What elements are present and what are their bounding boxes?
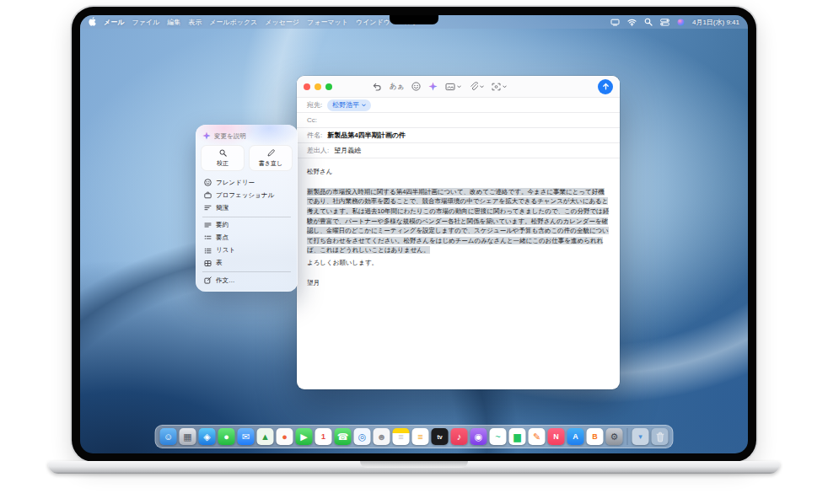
from-value: 望月義絵 [334,146,361,155]
key-points-item[interactable]: 要点 [201,232,293,244]
writing-tools-button[interactable] [428,82,438,91]
tone-concise-item[interactable]: 簡潔 [201,201,293,214]
send-button[interactable] [598,79,613,94]
to-label: 宛先: [307,100,322,110]
window-titlebar[interactable]: あぁ [297,76,620,98]
control-center-icon[interactable] [660,19,669,26]
subject-value: 新製品第4四半期計画の件 [327,131,406,140]
cc-label: Cc: [307,116,317,124]
proofread-icon [219,149,227,158]
camera-notch [390,15,438,24]
dock-numbers-icon[interactable]: ▆ [509,428,526,445]
to-field[interactable]: 宛先: 松野浩平 [297,98,620,113]
dock-news-icon[interactable]: N [548,428,565,445]
body-paragraph: 新製品の市場投入時期に関する第4四半期計画について、改めてご連絡です。今まさに事… [307,187,610,255]
dock-notes-icon[interactable]: ≡ [393,428,410,445]
rewrite-label: 書き直し [259,159,282,168]
insert-from-device-button[interactable] [492,83,507,91]
chevron-down-icon [503,85,507,88]
menu-edit[interactable]: 編集 [167,18,180,27]
divider [202,217,291,217]
menu-mailbox[interactable]: メールボックス [209,18,257,27]
menu-format[interactable]: フォーマット [307,18,348,27]
menu-view[interactable]: 表示 [188,18,202,27]
siri-icon[interactable] [677,19,685,26]
body-signature: 望月 [307,278,610,288]
text-format-label: あぁ [390,82,404,92]
dock-freeform-icon[interactable]: ~ [490,428,507,445]
compose-item[interactable]: 作文… [201,274,293,287]
minimize-button[interactable] [315,83,321,90]
tone-friendly-label: フレンドリー [216,179,255,187]
menu-window[interactable]: ウインドウ [356,18,390,27]
tone-professional-label: プロフェッショナル [216,191,274,200]
dock-phone-icon[interactable]: ☎ [335,428,352,445]
key-points-icon [203,234,212,242]
selected-text[interactable]: 新製品の市場投入時期に関する第4四半期計画について、改めてご連絡です。今まさに事… [307,188,609,255]
compose-label: 作文… [216,276,235,285]
compose-toolbar: あぁ [373,82,598,92]
dock-reminders-icon[interactable]: ≡ [412,428,429,445]
list-item[interactable]: リスト [201,244,293,257]
undo-button[interactable] [373,83,382,91]
search-icon[interactable] [644,18,653,26]
dock-podcasts-icon[interactable]: ◉ [470,428,487,445]
dock-maps-icon[interactable]: ▲ [257,428,274,445]
describe-change-input[interactable] [214,132,291,140]
close-button[interactable] [304,83,310,90]
dock-appstore-icon[interactable]: A [567,428,584,445]
rewrite-button[interactable]: 書き直し [249,145,293,171]
recipient-name: 松野浩平 [332,100,359,110]
screen-mirroring-icon[interactable] [610,19,620,26]
dock-settings-icon[interactable]: ⚙ [606,428,623,445]
dock-books-icon[interactable]: B [587,428,604,445]
table-item[interactable]: 表 [201,257,293,270]
concise-lines-icon [203,204,212,212]
emoji-button[interactable] [411,82,421,91]
dock-launchpad-icon[interactable]: ▦ [180,428,196,445]
dock-music-icon[interactable]: ♪ [451,428,468,445]
dock-safari-icon[interactable]: ◈ [199,428,216,445]
dock-contacts-icon[interactable]: ☻ [374,428,390,445]
menu-file[interactable]: ファイル [132,18,159,27]
dock-pages-icon[interactable]: ✎ [529,428,546,445]
dock-mail-icon[interactable]: ✉ [238,428,255,445]
key-points-label: 要点 [216,233,229,242]
dock-downloads-icon[interactable]: ▾ [632,428,649,445]
attach-button[interactable] [469,82,484,91]
from-field[interactable]: 差出人: 望月義絵 [297,143,620,158]
text-format-button[interactable]: あぁ [390,82,404,92]
menu-app-name[interactable]: メール [104,18,124,27]
dock-finder-icon[interactable]: ☺ [160,428,177,445]
cc-field[interactable]: Cc: [297,113,620,128]
macbook-bezel: メール ファイル 編集 表示 メールボックス メッセージ フォーマット ウインド… [72,7,756,462]
menu-clock[interactable]: 4月1日(水) 9:41 [692,18,739,27]
message-body[interactable]: 松野さん 新製品の市場投入時期に関する第4四半期計画について、改めてご連絡です。… [297,158,620,389]
tone-professional-item[interactable]: プロフェッショナル [201,189,293,201]
dock-findmy-icon[interactable]: ◎ [354,428,371,445]
macbook-base [48,461,780,474]
subject-field[interactable]: 件名: 新製品第4四半期計画の件 [297,128,620,143]
mail-compose-window: あぁ [297,76,620,389]
dock-messages-icon[interactable]: ● [218,428,235,445]
recipient-token[interactable]: 松野浩平 [327,99,371,111]
apple-menu[interactable] [89,17,96,28]
divider [202,271,291,272]
dock-facetime-icon[interactable]: ▶ [296,428,313,445]
dock-calendar-icon[interactable]: 1 [315,428,332,445]
summary-icon [203,222,212,229]
trash-icon[interactable] [652,428,669,445]
photo-browser-button[interactable] [445,83,461,91]
subject-label: 件名: [307,131,322,140]
zoom-button[interactable] [325,83,332,90]
proofread-button[interactable]: 校正 [201,145,245,171]
tone-friendly-item[interactable]: フレンドリー [201,176,293,189]
summary-item[interactable]: 要約 [201,219,293,232]
wifi-icon[interactable] [627,19,637,26]
dock-appletv-icon[interactable]: tv [432,428,449,445]
tone-concise-label: 簡潔 [216,204,229,212]
proofread-label: 校正 [217,159,229,168]
macbook-lid-groove [360,461,468,468]
dock-photos-icon[interactable]: ● [277,428,293,445]
menu-message[interactable]: メッセージ [265,18,299,27]
